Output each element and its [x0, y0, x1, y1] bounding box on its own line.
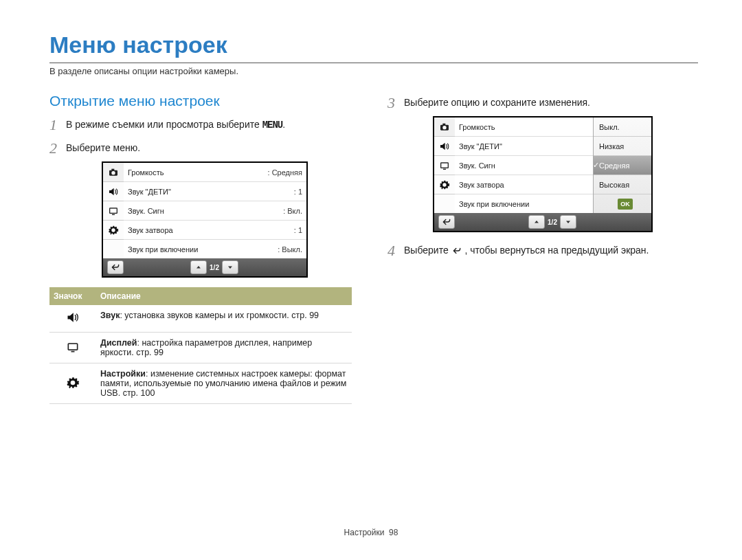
list-item[interactable]: Звук при включении [455, 194, 593, 213]
step-text: В режиме съемки или просмотра выберите [66, 119, 262, 130]
list-item[interactable]: Звук "ДЕТИ" [455, 137, 593, 156]
ok-badge: OK [618, 199, 633, 210]
page-indicator: 1/2 [207, 264, 222, 271]
list-item[interactable]: Звук затвора: 1 [124, 221, 306, 240]
page-footer: Настройки 98 [0, 528, 742, 537]
tab-sound[interactable] [103, 182, 124, 201]
option-popup: Выкл. Низкая ✓Средняя Высокая OK [593, 117, 651, 213]
th-icon: Значок [49, 287, 96, 305]
display-icon [108, 205, 119, 216]
speaker-icon [66, 311, 80, 324]
popup-ok[interactable]: OK [594, 194, 651, 213]
icon-description-table: Значок Описание Звук: установка звуков к… [49, 287, 352, 404]
step-4: 4 Выберите , чтобы вернуться на предыдущ… [387, 242, 698, 260]
popup-option[interactable]: Выкл. [594, 117, 651, 137]
section-title: Открытие меню настроек [49, 93, 360, 109]
tab-display[interactable] [434, 156, 455, 175]
step-1: 1 В режиме съемки или просмотра выберите… [49, 116, 360, 134]
tab-camera[interactable] [103, 163, 124, 182]
tab-blank [103, 240, 124, 258]
page-title: Меню настроек [49, 32, 698, 58]
tab-display[interactable] [103, 201, 124, 221]
list-item[interactable]: Звук "ДЕТИ": 1 [124, 182, 306, 201]
divider [49, 63, 698, 63]
speaker-icon [439, 141, 450, 152]
step-number: 4 [387, 242, 404, 260]
check-icon: ✓ [593, 161, 599, 170]
step-text: Выберите [404, 245, 451, 256]
list-item[interactable]: Звук. Сигн [455, 156, 593, 175]
camera-icon [439, 122, 450, 133]
table-row: Дисплей: настройка параметров дисплея, н… [49, 333, 352, 363]
list-item[interactable]: Громкость [455, 117, 593, 137]
display-icon [66, 340, 80, 354]
page-up-button[interactable] [528, 215, 545, 229]
step-2: 2 Выберите меню. [49, 139, 360, 157]
tab-blank [434, 194, 455, 213]
step-text: Выберите меню. [66, 139, 140, 153]
tab-settings[interactable] [103, 221, 124, 240]
tab-camera[interactable] [434, 117, 455, 137]
step-text: Выберите опцию и сохраните изменения. [404, 94, 590, 108]
back-icon [451, 246, 462, 256]
gear-icon [439, 179, 450, 190]
step-number: 2 [49, 139, 66, 157]
display-icon [439, 160, 450, 171]
chevron-up-icon [532, 218, 541, 226]
page-down-button[interactable] [222, 260, 238, 274]
popup-option[interactable]: Низкая [594, 137, 651, 156]
list-item[interactable]: Звук. Сигн: Вкл. [124, 201, 306, 221]
speaker-icon [108, 186, 119, 197]
back-icon [111, 262, 120, 272]
popup-option[interactable]: Высокая [594, 175, 651, 194]
table-row: Настройки: изменение системных настроек … [49, 363, 352, 404]
camera-screen-popup: Громкость Звук "ДЕТИ" Звук. Сигн Звук за… [433, 116, 653, 232]
chevron-up-icon [194, 263, 203, 271]
back-icon [442, 217, 451, 227]
camera-screen-menu: Громкость: Средняя Звук "ДЕТИ": 1 Звук. … [102, 161, 308, 278]
gear-icon [66, 376, 80, 390]
list-item[interactable]: Звук затвора [455, 175, 593, 194]
camera-icon [108, 167, 119, 178]
tab-settings[interactable] [434, 175, 455, 194]
tab-sound[interactable] [434, 137, 455, 156]
gear-icon [108, 225, 119, 236]
back-button[interactable] [107, 260, 124, 274]
list-item[interactable]: Звук при включении: Выкл. [124, 240, 306, 258]
list-item[interactable]: Громкость: Средняя [124, 163, 306, 182]
page-indicator: 1/2 [545, 219, 560, 226]
menu-glyph: MENU [262, 120, 283, 131]
step-number: 1 [49, 116, 66, 134]
table-row: Звук: установка звуков камеры и их громк… [49, 305, 352, 333]
page-up-button[interactable] [190, 260, 207, 274]
page-down-button[interactable] [560, 215, 576, 229]
step-number: 3 [387, 94, 404, 112]
back-button[interactable] [438, 215, 455, 229]
chevron-down-icon [226, 263, 234, 271]
step-3: 3 Выберите опцию и сохраните изменения. [387, 94, 698, 112]
th-description: Описание [96, 287, 352, 305]
page-subtitle: В разделе описаны опции настройки камеры… [49, 66, 698, 76]
popup-option-selected[interactable]: ✓Средняя [594, 156, 651, 175]
chevron-down-icon [564, 218, 572, 226]
